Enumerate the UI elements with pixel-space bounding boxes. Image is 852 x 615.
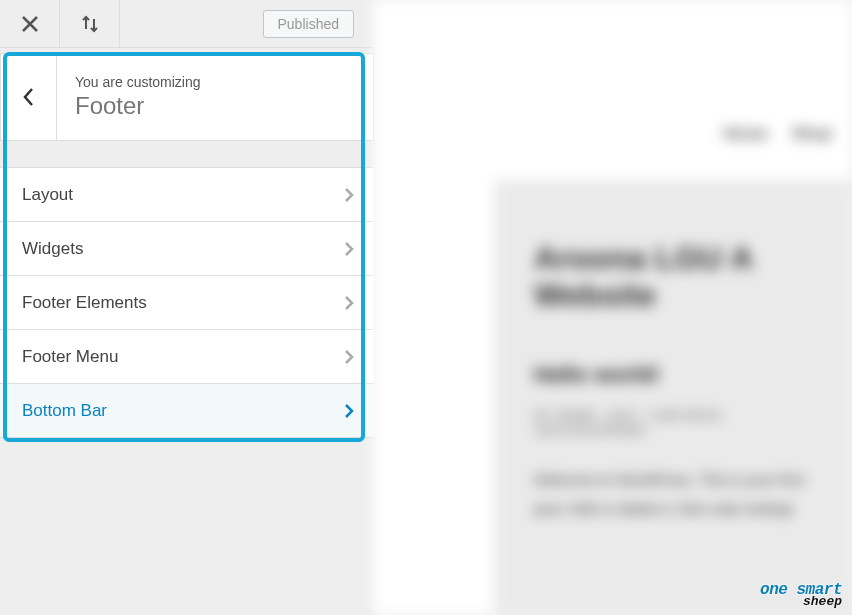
panel-title: Footer (75, 92, 201, 120)
chevron-right-icon (344, 241, 354, 257)
menu-list: Layout Widgets Footer Elements Footer Me… (0, 167, 374, 438)
nav-link: Shop (792, 125, 832, 143)
watermark: one smart sheep (760, 581, 842, 609)
menu-item-label: Bottom Bar (22, 401, 107, 421)
menu-item-label: Layout (22, 185, 73, 205)
panel-header: You are customizing Footer (0, 53, 374, 141)
up-down-arrows-icon (81, 15, 99, 33)
publish-status-button[interactable]: Published (263, 10, 355, 38)
post-meta: BY ADMIN · 2023 · 1 MIN READ · UNCATEGOR… (534, 408, 812, 438)
preview-pane: Home Shop Aroona LGU A Website Hello wor… (374, 0, 852, 615)
post-body: Welcome to WordPress. This is your first… (534, 466, 812, 523)
close-button[interactable] (0, 0, 60, 47)
nav-link: Home (724, 125, 768, 143)
menu-item-layout[interactable]: Layout (0, 168, 374, 222)
devices-button[interactable] (60, 0, 120, 47)
menu-item-footer-menu[interactable]: Footer Menu (0, 330, 374, 384)
site-title: Aroona LGU A Website (534, 240, 812, 314)
chevron-right-icon (344, 187, 354, 203)
menu-item-bottom-bar[interactable]: Bottom Bar (0, 384, 374, 438)
menu-item-footer-elements[interactable]: Footer Elements (0, 276, 374, 330)
chevron-right-icon (344, 349, 354, 365)
menu-item-widgets[interactable]: Widgets (0, 222, 374, 276)
top-bar: Published (0, 0, 374, 48)
menu-item-label: Footer Menu (22, 347, 118, 367)
panel-titles: You are customizing Footer (57, 74, 201, 120)
customizer-sidebar: You are customizing Footer Layout Widget… (0, 48, 374, 615)
post-title: Hello world! (534, 362, 812, 388)
back-button[interactable] (1, 54, 57, 140)
chevron-right-icon (344, 295, 354, 311)
preview-content: Aroona LGU A Website Hello world! BY ADM… (494, 180, 852, 615)
menu-item-label: Widgets (22, 239, 83, 259)
close-icon (21, 15, 39, 33)
menu-item-label: Footer Elements (22, 293, 147, 313)
chevron-left-icon (22, 86, 36, 108)
chevron-right-icon (344, 403, 354, 419)
panel-subtitle: You are customizing (75, 74, 201, 90)
preview-nav: Home Shop (724, 125, 832, 143)
